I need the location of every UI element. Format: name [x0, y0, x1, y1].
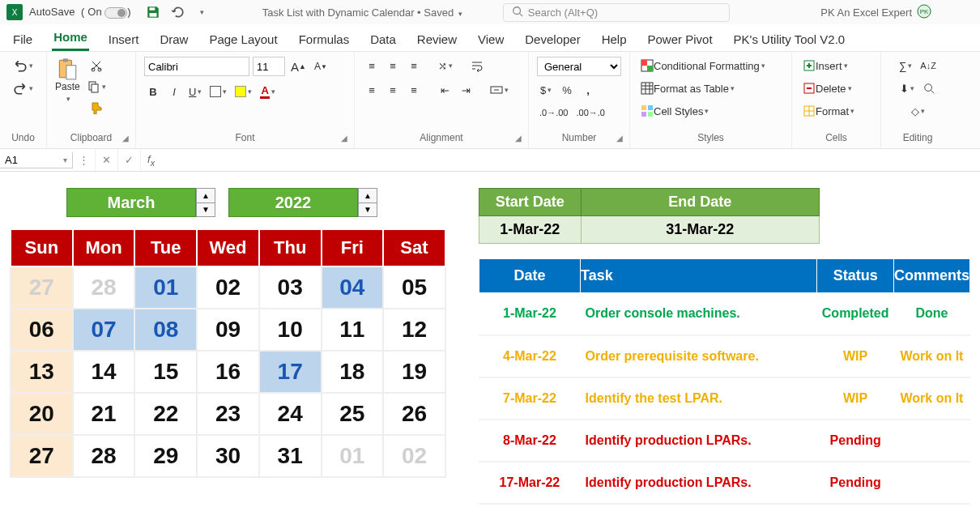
- calendar-cell[interactable]: 10: [259, 309, 322, 351]
- calendar-cell[interactable]: 02: [383, 435, 445, 477]
- tab-formulas[interactable]: Formulas: [297, 28, 352, 51]
- tab-insert[interactable]: Insert: [107, 28, 141, 51]
- task-cell[interactable]: 17-Mar-22: [479, 462, 580, 504]
- spinner-up-icon[interactable]: ▲: [197, 189, 215, 203]
- copy-button[interactable]: [85, 78, 109, 96]
- calendar-cell[interactable]: 06: [11, 309, 73, 351]
- table-row[interactable]: 8-Mar-22Identify production LPARs.Pendin…: [479, 420, 969, 462]
- calendar-cell[interactable]: 01: [322, 435, 384, 477]
- calendar-cell[interactable]: 02: [197, 266, 259, 309]
- calendar-cell[interactable]: 13: [11, 351, 73, 393]
- task-cell[interactable]: WIP: [817, 377, 894, 420]
- task-cell[interactable]: Pending: [817, 462, 894, 504]
- calendar-cell[interactable]: 05: [383, 266, 445, 309]
- borders-button[interactable]: [207, 83, 229, 100]
- task-cell[interactable]: WIP: [817, 335, 894, 377]
- task-cell[interactable]: [893, 420, 969, 462]
- calendar-cell[interactable]: 07: [73, 309, 135, 351]
- dialog-launcher-icon[interactable]: ◢: [341, 134, 347, 143]
- autosum-button[interactable]: ∑: [897, 57, 914, 75]
- task-cell[interactable]: 1-Mar-22: [479, 293, 580, 335]
- find-select-button[interactable]: [920, 79, 938, 97]
- date-range-table[interactable]: Start DateEnd Date 1-Mar-2231-Mar-22: [479, 188, 820, 244]
- task-cell[interactable]: Identify production LPARs.: [581, 462, 817, 504]
- dialog-launcher-icon[interactable]: ◢: [515, 134, 522, 143]
- calendar-cell[interactable]: 27: [11, 266, 73, 309]
- tab-review[interactable]: Review: [415, 28, 458, 51]
- task-cell[interactable]: Pending: [817, 420, 894, 462]
- number-format-select[interactable]: General: [537, 57, 621, 76]
- document-title[interactable]: Task List with Dynamic Calendar • Saved: [262, 6, 462, 19]
- autosave-toggle[interactable]: AutoSave (On ): [29, 6, 131, 19]
- increase-indent-button[interactable]: ⇥: [457, 81, 475, 99]
- save-icon[interactable]: [146, 5, 160, 19]
- fx-icon[interactable]: fx: [141, 153, 161, 168]
- increase-decimal-button[interactable]: .0→.00: [537, 104, 570, 121]
- user-account[interactable]: PK An Excel Expert PK: [820, 4, 931, 21]
- spinner-down-icon[interactable]: ▼: [197, 203, 215, 217]
- search-box[interactable]: Search (Alt+Q): [503, 3, 730, 22]
- bold-button[interactable]: B: [144, 83, 162, 100]
- task-cell[interactable]: Identify the test LPAR.: [581, 377, 817, 420]
- qat-undo-icon[interactable]: [170, 5, 185, 19]
- tab-data[interactable]: Data: [369, 28, 398, 51]
- align-center-button[interactable]: ≡: [384, 81, 402, 99]
- format-painter-button[interactable]: [87, 99, 105, 117]
- spinner-up-icon[interactable]: ▲: [359, 189, 377, 203]
- tab-home[interactable]: Home: [52, 25, 89, 51]
- undo-button[interactable]: [11, 57, 36, 75]
- start-date-cell[interactable]: 1-Mar-22: [479, 216, 581, 244]
- calendar-cell[interactable]: 28: [73, 266, 135, 309]
- calendar-cell[interactable]: 21: [73, 393, 135, 435]
- tab-view[interactable]: View: [476, 28, 505, 51]
- dialog-launcher-icon[interactable]: ◢: [122, 134, 129, 143]
- cell-styles-button[interactable]: Cell Styles: [638, 102, 711, 120]
- task-cell[interactable]: 4-Mar-22: [479, 335, 580, 377]
- qat-customize-icon[interactable]: [194, 5, 209, 19]
- clear-button[interactable]: ◇: [909, 102, 927, 120]
- tab-file[interactable]: File: [11, 28, 34, 51]
- tab-page-layout[interactable]: Page Layout: [207, 28, 279, 51]
- font-size-select[interactable]: [253, 57, 285, 76]
- formula-bar-buttons[interactable]: ⋮: [73, 149, 96, 171]
- spinner-down-icon[interactable]: ▼: [359, 203, 377, 217]
- calendar-cell[interactable]: 22: [134, 393, 197, 435]
- tab-draw[interactable]: Draw: [158, 28, 190, 51]
- cancel-icon[interactable]: ✕: [96, 149, 118, 171]
- calendar-grid[interactable]: SunMonTueWedThuFriSat2728010203040506070…: [10, 228, 446, 478]
- month-spinner[interactable]: ▲▼: [196, 188, 215, 217]
- percent-button[interactable]: %: [558, 81, 576, 99]
- dialog-launcher-icon[interactable]: ◢: [616, 134, 623, 143]
- wrap-text-button[interactable]: [468, 57, 486, 75]
- task-cell[interactable]: Work on It: [893, 377, 969, 420]
- calendar-cell[interactable]: 28: [73, 435, 135, 477]
- redo-button[interactable]: [11, 79, 36, 97]
- calendar-cell[interactable]: 24: [259, 393, 322, 435]
- calendar-cell[interactable]: 14: [73, 351, 135, 393]
- tab-developer[interactable]: Developer: [523, 28, 582, 51]
- task-cell[interactable]: Identify production LPARs.: [581, 420, 817, 462]
- format-as-table-button[interactable]: Format as Table: [638, 79, 737, 97]
- calendar-cell[interactable]: 25: [322, 393, 384, 435]
- calendar-cell[interactable]: 19: [383, 351, 445, 393]
- calendar-cell[interactable]: 11: [322, 309, 384, 351]
- table-row[interactable]: 1-Mar-22Order console machines.Completed…: [479, 293, 969, 335]
- calendar-cell[interactable]: 16: [197, 351, 259, 393]
- orientation-button[interactable]: ⤭: [436, 57, 455, 75]
- task-cell[interactable]: 7-Mar-22: [479, 377, 580, 420]
- table-row[interactable]: 4-Mar-22Order prerequisite software.WIPW…: [479, 335, 969, 377]
- calendar-cell[interactable]: 20: [11, 393, 73, 435]
- currency-button[interactable]: $: [537, 81, 555, 99]
- task-cell[interactable]: Done: [893, 293, 969, 335]
- calendar-cell[interactable]: 12: [383, 309, 445, 351]
- task-table[interactable]: DateTaskStatusComments1-Mar-22Order cons…: [479, 258, 970, 505]
- calendar-cell[interactable]: 04: [322, 266, 384, 309]
- insert-cells-button[interactable]: Insert: [800, 57, 850, 75]
- calendar-cell[interactable]: 09: [197, 309, 259, 351]
- cut-button[interactable]: [87, 57, 105, 75]
- fill-button[interactable]: ⬇: [897, 79, 917, 97]
- calendar-cell[interactable]: 31: [259, 435, 322, 477]
- align-top-button[interactable]: ≡: [363, 57, 381, 75]
- calendar-cell[interactable]: 08: [134, 309, 197, 351]
- decrease-decimal-button[interactable]: .00→.0: [573, 104, 607, 121]
